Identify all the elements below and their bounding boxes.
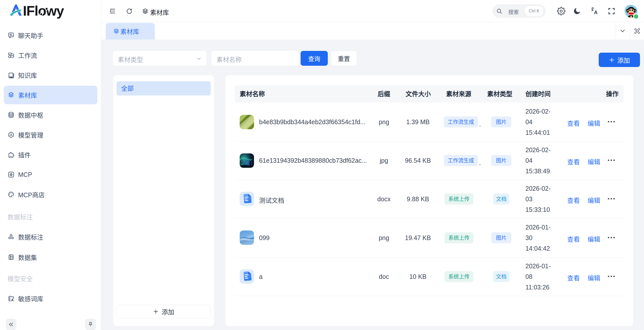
svg-text:IFlowy: IFlowy [23,3,64,19]
svg-text:A: A [594,10,597,15]
